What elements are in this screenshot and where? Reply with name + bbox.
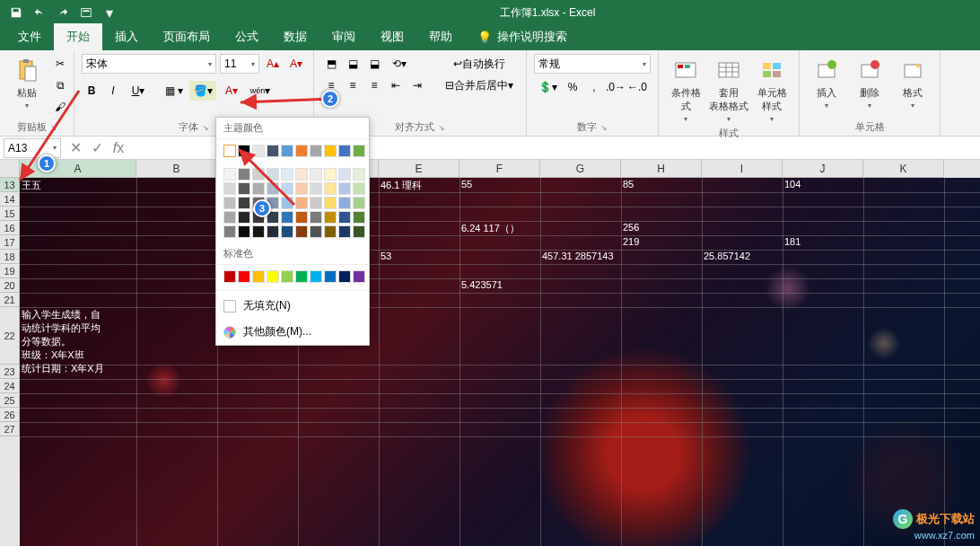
color-swatch[interactable] bbox=[281, 225, 293, 238]
color-swatch[interactable] bbox=[223, 225, 236, 238]
color-swatch[interactable] bbox=[281, 197, 293, 209]
color-swatch[interactable] bbox=[353, 145, 365, 157]
color-swatch[interactable] bbox=[295, 145, 308, 157]
tab-file[interactable]: 文件 bbox=[5, 23, 54, 50]
color-swatch[interactable] bbox=[252, 145, 265, 157]
color-swatch[interactable] bbox=[324, 168, 337, 181]
color-swatch[interactable] bbox=[281, 270, 293, 283]
row-header-17[interactable]: 17 bbox=[0, 235, 20, 250]
color-swatch[interactable] bbox=[238, 145, 250, 157]
accounting-format-icon[interactable]: 💲▾ bbox=[534, 77, 561, 97]
paste-button[interactable]: 粘贴 ▾ bbox=[7, 54, 47, 111]
color-swatch[interactable] bbox=[295, 225, 308, 238]
qat-customize-icon[interactable]: ▾ bbox=[99, 3, 120, 22]
color-swatch[interactable] bbox=[310, 270, 322, 283]
color-swatch[interactable] bbox=[267, 168, 279, 181]
column-header-G[interactable]: G bbox=[540, 160, 621, 178]
color-swatch[interactable] bbox=[238, 270, 250, 283]
tab-help[interactable]: 帮助 bbox=[416, 23, 465, 50]
tab-view[interactable]: 视图 bbox=[368, 23, 416, 50]
row-header-24[interactable]: 24 bbox=[0, 379, 20, 393]
save-icon[interactable] bbox=[5, 3, 27, 22]
tab-formulas[interactable]: 公式 bbox=[223, 23, 271, 50]
color-swatch[interactable] bbox=[267, 145, 279, 157]
color-swatch[interactable] bbox=[324, 145, 337, 157]
color-swatch[interactable] bbox=[281, 211, 293, 224]
name-box[interactable]: A13▾ bbox=[4, 138, 61, 158]
row-header-20[interactable]: 20 bbox=[0, 278, 20, 293]
conditional-formatting-button[interactable]: 条件格式▾ bbox=[666, 54, 705, 125]
decrease-font-icon[interactable]: A▾ bbox=[286, 54, 306, 74]
worksheet-grid[interactable]: ABCDEFGHIJK 1314151617181920212223242526… bbox=[0, 160, 980, 546]
color-swatch[interactable] bbox=[338, 182, 351, 195]
color-swatch[interactable] bbox=[223, 270, 236, 283]
color-swatch[interactable] bbox=[310, 168, 322, 181]
color-swatch[interactable] bbox=[267, 225, 279, 238]
color-swatch[interactable] bbox=[223, 211, 236, 224]
color-swatch[interactable] bbox=[295, 182, 308, 195]
color-swatch[interactable] bbox=[238, 182, 250, 195]
color-swatch[interactable] bbox=[295, 168, 308, 181]
dialog-launcher-icon[interactable]: ↘ bbox=[438, 123, 445, 132]
column-header-J[interactable]: J bbox=[783, 160, 863, 178]
color-swatch[interactable] bbox=[223, 168, 236, 181]
no-fill-option[interactable]: 无填充(N) bbox=[216, 293, 369, 319]
color-swatch[interactable] bbox=[324, 197, 337, 209]
color-swatch[interactable] bbox=[338, 145, 351, 157]
row-header-15[interactable]: 15 bbox=[0, 207, 20, 221]
color-swatch[interactable] bbox=[338, 225, 351, 238]
color-swatch[interactable] bbox=[238, 225, 250, 238]
format-painter-icon[interactable]: 🖌 bbox=[50, 97, 70, 117]
color-swatch[interactable] bbox=[295, 197, 308, 209]
tab-data[interactable]: 数据 bbox=[271, 23, 319, 50]
borders-button[interactable]: ▦ ▾ bbox=[161, 81, 188, 101]
column-header-H[interactable]: H bbox=[621, 160, 702, 178]
cell-J17[interactable]: 181 bbox=[784, 236, 801, 247]
font-color-button[interactable]: A▾ bbox=[218, 81, 245, 101]
row-header-25[interactable]: 25 bbox=[0, 393, 20, 408]
column-header-B[interactable]: B bbox=[136, 160, 217, 178]
color-swatch[interactable] bbox=[338, 197, 351, 209]
color-swatch[interactable] bbox=[324, 182, 337, 195]
color-swatch[interactable] bbox=[295, 270, 308, 283]
color-swatch[interactable] bbox=[353, 270, 365, 283]
tab-review[interactable]: 审阅 bbox=[319, 23, 368, 50]
percent-icon[interactable]: % bbox=[563, 77, 582, 97]
copy-icon[interactable]: ⧉ bbox=[50, 75, 70, 95]
color-swatch[interactable] bbox=[281, 182, 293, 195]
align-center-icon[interactable]: ≡ bbox=[343, 75, 363, 95]
column-header-I[interactable]: I bbox=[702, 160, 783, 178]
insert-cells-button[interactable]: 插入▾ bbox=[807, 54, 846, 111]
color-swatch[interactable] bbox=[324, 225, 337, 238]
color-swatch[interactable] bbox=[324, 211, 337, 224]
merge-center-button[interactable]: ⊟ 合并后居中 ▾ bbox=[440, 75, 519, 95]
color-swatch[interactable] bbox=[252, 225, 265, 238]
redo-icon[interactable] bbox=[52, 3, 74, 22]
column-header-F[interactable]: F bbox=[459, 160, 540, 178]
color-swatch[interactable] bbox=[223, 197, 236, 209]
color-swatch[interactable] bbox=[281, 145, 293, 157]
row-header-19[interactable]: 19 bbox=[0, 264, 20, 278]
cut-icon[interactable]: ✂ bbox=[50, 54, 70, 74]
wrap-text-button[interactable]: ↩ 自动换行 bbox=[440, 54, 519, 74]
color-swatch[interactable] bbox=[238, 168, 250, 181]
fill-color-button[interactable]: 🪣▾ bbox=[189, 81, 216, 101]
color-swatch[interactable] bbox=[252, 182, 265, 195]
row-header-18[interactable]: 18 bbox=[0, 250, 20, 264]
color-swatch[interactable] bbox=[338, 211, 351, 224]
tab-page-layout[interactable]: 页面布局 bbox=[151, 23, 223, 50]
color-swatch[interactable] bbox=[353, 182, 365, 195]
tab-home[interactable]: 开始 bbox=[54, 23, 102, 50]
align-bottom-icon[interactable]: ⬓ bbox=[364, 54, 384, 74]
decrease-indent-icon[interactable]: ⇤ bbox=[386, 75, 406, 95]
delete-cells-button[interactable]: 删除▾ bbox=[850, 54, 889, 111]
cell-F16[interactable]: 6.24 117（） bbox=[461, 222, 520, 235]
cell-H17[interactable]: 219 bbox=[623, 236, 639, 247]
cell-A22[interactable]: 输入学生成绩，自 动统计学科的平均 分等数据。 班级：X年X班 统计日期：X年X… bbox=[22, 308, 104, 375]
row-header-13[interactable]: 13 bbox=[0, 178, 20, 192]
increase-indent-icon[interactable]: ⇥ bbox=[407, 75, 427, 95]
row-header-27[interactable]: 27 bbox=[0, 422, 20, 436]
color-swatch[interactable] bbox=[223, 145, 236, 157]
decrease-decimal-icon[interactable]: ←.0 bbox=[627, 77, 647, 97]
color-swatch[interactable] bbox=[223, 182, 236, 195]
